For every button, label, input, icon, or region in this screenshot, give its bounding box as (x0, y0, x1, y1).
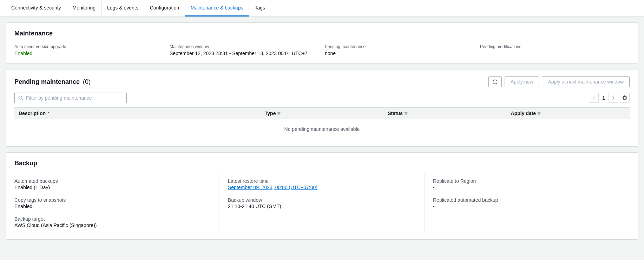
tab-tags[interactable]: Tags (249, 0, 271, 16)
page-number: 1 (600, 95, 607, 101)
svg-line-1 (22, 99, 23, 100)
pending-maintenance-card: Pending maintenance (0) Apply now Apply … (6, 69, 638, 147)
auto-minor-value: Enabled (14, 51, 32, 56)
copy-tags-value: Enabled (14, 204, 211, 209)
chevron-right-icon (612, 96, 615, 100)
automated-backups-label: Automated backups (14, 178, 211, 184)
col-description[interactable]: Description (14, 108, 261, 119)
backup-target-field: Backup target AWS Cloud (Asia Pacific (S… (14, 216, 211, 228)
latest-restore-label: Latest restore time (228, 178, 416, 184)
maintenance-info-grid: Auto minor version upgrade Enabled Maint… (14, 44, 630, 56)
pending-maintenance-table: Description Type (14, 107, 630, 139)
prev-page-button[interactable] (589, 93, 599, 103)
pagination: 1 (589, 93, 630, 103)
window-value: September 12, 2023 23:31 - September 13,… (170, 51, 308, 56)
replicate-region-field: Replicate to Region - (433, 178, 621, 190)
pending-value: none (325, 51, 336, 56)
tab-connectivity[interactable]: Connectivity & security (6, 0, 67, 16)
search-filter-row: 1 (14, 93, 630, 103)
backup-col-1: Automated backups Enabled (1 Day) Copy t… (14, 174, 219, 232)
copy-tags-label: Copy tags to snapshots (14, 197, 211, 203)
pending-header: Pending maintenance (0) Apply now Apply … (14, 76, 630, 87)
replicated-backup-field: Replicated automated backup - (433, 197, 621, 209)
col-type[interactable]: Type (261, 108, 383, 119)
no-data-row: No pending maintenance available (14, 119, 630, 139)
table-header-row: Description Type (14, 108, 630, 119)
backup-target-label: Backup target (14, 216, 211, 222)
filter-icon-3 (537, 112, 541, 115)
automated-backups-value: Enabled (1 Day) (14, 185, 211, 190)
modifications-label: Pending modifications (480, 44, 630, 49)
maintenance-card: Maintenance Auto minor version upgrade E… (6, 22, 638, 64)
tabs-bar: Connectivity & security Monitoring Logs … (0, 0, 644, 17)
pending-actions: Apply now Apply at next maintenance wind… (488, 76, 630, 87)
apply-now-button[interactable]: Apply now (505, 76, 539, 87)
refresh-icon (492, 79, 498, 85)
backup-window-field: Backup window 21:10-21:40 UTC (GMT) (228, 197, 416, 209)
window-label: Maintenance window (170, 44, 319, 49)
settings-button[interactable] (620, 93, 630, 103)
backup-grid: Automated backups Enabled (1 Day) Copy t… (14, 174, 630, 232)
replicate-region-label: Replicate to Region (433, 178, 621, 184)
backup-col-2: Latest restore time September 09, 2023, … (219, 174, 425, 232)
backup-title: Backup (14, 160, 630, 167)
refresh-button[interactable] (488, 76, 502, 87)
pending-label: Pending maintenance (325, 44, 474, 49)
no-data-message: No pending maintenance available (14, 119, 630, 139)
backup-window-label: Backup window (228, 197, 416, 203)
tab-maintenance[interactable]: Maintenance & backups (185, 0, 249, 16)
auto-minor-item: Auto minor version upgrade Enabled (14, 44, 164, 56)
chevron-left-icon (592, 96, 595, 100)
col-status[interactable]: Status (383, 108, 506, 119)
sort-icon (47, 111, 51, 115)
filter-icon (277, 112, 281, 115)
gear-icon (622, 95, 627, 101)
backup-window-value: 21:10-21:40 UTC (GMT) (228, 204, 416, 209)
copy-tags-field: Copy tags to snapshots Enabled (14, 197, 211, 209)
auto-minor-label: Auto minor version upgrade (14, 44, 164, 49)
table-container: Description Type (14, 107, 630, 139)
search-bar[interactable] (14, 93, 127, 103)
backup-col-3: Replicate to Region - Replicated automat… (425, 174, 630, 232)
backup-card: Backup Automated backups Enabled (1 Day)… (6, 152, 638, 240)
filter-icon-2 (404, 112, 408, 115)
modifications-item: Pending modifications (480, 44, 630, 56)
pending-item: Pending maintenance none (325, 44, 474, 56)
col-apply-date[interactable]: Apply date (507, 108, 630, 119)
next-page-button[interactable] (609, 93, 618, 103)
latest-restore-field: Latest restore time September 09, 2023, … (228, 178, 416, 190)
search-icon (18, 95, 23, 100)
replicate-region-value: - (433, 185, 621, 190)
search-input[interactable] (26, 95, 123, 101)
latest-restore-value[interactable]: September 09, 2023, 00:00 (UTC+07:00) (228, 185, 416, 190)
page-content: Maintenance Auto minor version upgrade E… (0, 17, 644, 245)
apply-next-button[interactable]: Apply at next maintenance window (542, 76, 630, 87)
window-item: Maintenance window September 12, 2023 23… (170, 44, 319, 56)
maintenance-title: Maintenance (14, 30, 630, 37)
tab-logs[interactable]: Logs & events (101, 0, 144, 16)
replicated-backup-value: - (433, 204, 621, 209)
backup-target-value: AWS Cloud (Asia Pacific (Singapore)) (14, 222, 211, 228)
tab-monitoring[interactable]: Monitoring (67, 0, 101, 16)
automated-backups-field: Automated backups Enabled (1 Day) (14, 178, 211, 190)
tab-configuration[interactable]: Configuration (144, 0, 185, 16)
replicated-backup-label: Replicated automated backup (433, 197, 621, 203)
pending-maintenance-title: Pending maintenance (0) (14, 78, 91, 86)
